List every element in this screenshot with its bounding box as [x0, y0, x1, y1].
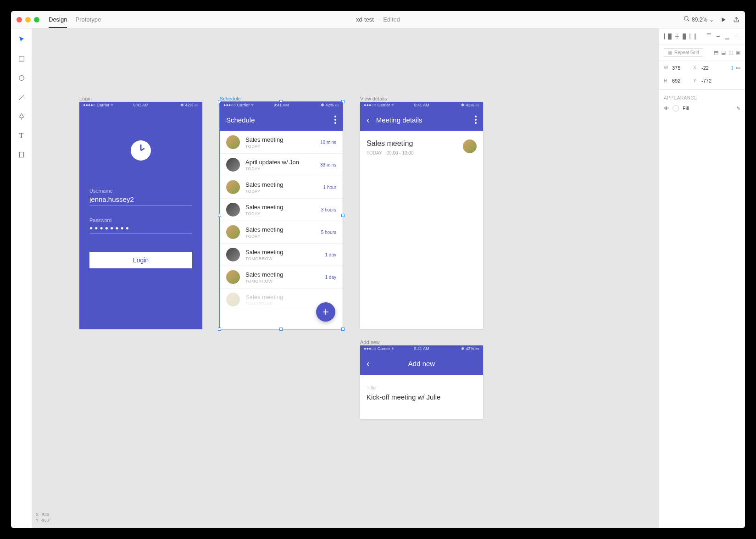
row-subtitle: TODAY	[245, 167, 315, 171]
back-icon[interactable]: ‹	[367, 358, 370, 369]
more-icon[interactable]	[334, 116, 336, 124]
avatar	[226, 180, 240, 194]
add-fab-button[interactable]: +	[316, 302, 335, 322]
password-field[interactable]: ●●●●●●●●	[89, 223, 192, 233]
ellipse-tool[interactable]	[17, 73, 26, 83]
resize-handle[interactable]	[218, 214, 221, 217]
list-item[interactable]: Sales meetingTOMORROW1 day	[220, 266, 343, 289]
artboard-schedule[interactable]: ●●●○○ Carrier ᯤ 9:41 AM ✱ 42% ▭ Schedule…	[220, 102, 343, 329]
status-bar: ●●●○○ Carrier ᯤ 9:41 AM ✱ 42% ▭	[360, 345, 483, 352]
rectangle-tool[interactable]	[17, 54, 26, 63]
resize-handle[interactable]	[341, 214, 345, 217]
schedule-header: Schedule	[220, 108, 343, 131]
close-window-button[interactable]	[17, 17, 22, 22]
row-title: Sales meeting	[245, 271, 320, 278]
height-field[interactable]: 692	[672, 78, 690, 83]
row-title: Sales meeting	[245, 204, 316, 211]
boolean-union-icon[interactable]: ⬒	[714, 50, 718, 56]
details-body: Sales meeting TODAY09:00 - 10:00	[360, 131, 483, 164]
back-icon[interactable]: ‹	[367, 115, 370, 125]
details-title: Meeting details	[376, 116, 422, 124]
align-controls: ▏█ ┼ █▕ ║ ▔ ━ ▁ ═	[659, 28, 745, 44]
y-field[interactable]: -772	[701, 78, 720, 83]
username-field[interactable]: jenna.hussey2	[89, 194, 192, 206]
select-tool[interactable]	[17, 35, 26, 44]
document-title: xd-test — Edited	[356, 16, 400, 23]
list-item[interactable]: Sales meetingTODAY5 hours	[220, 221, 343, 244]
status-bar: ●●●○○ Carrier ᯤ 9:41 AM ✱ 42% ▭	[220, 102, 343, 108]
row-title: Sales meeting	[245, 136, 315, 143]
artboard-label-addnew[interactable]: Add new	[360, 339, 380, 345]
text-tool[interactable]: T	[17, 131, 26, 140]
align-left-icon[interactable]: ▏█	[664, 32, 672, 40]
resize-handle[interactable]	[279, 328, 283, 331]
login-button[interactable]: Login	[89, 252, 192, 268]
titlebar: Design Prototype xd-test — Edited 89.2% …	[11, 11, 745, 28]
status-time: 9:41 AM	[273, 103, 289, 107]
search-icon	[684, 16, 690, 23]
more-icon[interactable]	[475, 116, 477, 124]
boolean-exclude-icon[interactable]: ▣	[736, 50, 740, 56]
carrier-label: ●●●○○ Carrier ᯤ	[364, 103, 395, 107]
battery-label: ✱ 42% ▭	[321, 103, 339, 107]
line-tool[interactable]	[17, 93, 26, 102]
landscape-icon[interactable]: ▭	[736, 65, 740, 71]
boolean-intersect-icon[interactable]: ◫	[728, 50, 733, 56]
inspector-panel: ▏█ ┼ █▕ ║ ▔ ━ ▁ ═ ▦ Repeat Grid ⬒ ⬓ ◫	[659, 28, 745, 528]
canvas-coords: X -540 Y -953	[36, 512, 49, 523]
list-item[interactable]: Sales meetingTODAY10 mins	[220, 131, 343, 154]
list-item[interactable]: April updates w/ JonTODAY33 mins	[220, 154, 343, 176]
align-bottom-icon[interactable]: ▁	[723, 32, 731, 40]
resize-handle[interactable]	[341, 328, 345, 331]
artboard-login[interactable]: ●●●●○ Carrier ᯤ 9:41 AM ✱ 42% ▭ Username…	[79, 102, 202, 329]
x-label: X	[693, 65, 699, 70]
eyedropper-icon[interactable]: ✎	[736, 106, 740, 111]
visibility-icon[interactable]: 👁	[664, 106, 669, 111]
fill-swatch[interactable]	[673, 105, 679, 111]
align-top-icon[interactable]: ▔	[705, 32, 713, 40]
artboard-label-schedule[interactable]: Schedule	[220, 96, 241, 101]
svg-rect-2	[19, 56, 24, 61]
list-item[interactable]: Sales meetingTOMORROW1 day	[220, 244, 343, 266]
artboard-details[interactable]: ●●●○○ Carrier ᯤ 9:41 AM ✱ 42% ▭ ‹ Meetin…	[360, 102, 483, 329]
distribute-h-icon[interactable]: ║	[691, 32, 700, 40]
document-name: xd-test	[356, 16, 374, 23]
title-field[interactable]: Kick-off meeting w/ Julie	[367, 393, 477, 401]
zoom-control[interactable]: 89.2% ⌄	[684, 16, 714, 23]
repeat-grid-button[interactable]: ▦ Repeat Grid	[664, 48, 703, 57]
row-subtitle: TODAY	[245, 144, 315, 149]
resize-handle[interactable]	[218, 328, 221, 331]
play-button[interactable]	[720, 17, 727, 23]
width-label: W	[664, 65, 669, 70]
list-item[interactable]: Sales meetingTODAY1 hour	[220, 176, 343, 199]
minimize-window-button[interactable]	[25, 17, 31, 22]
row-title: April updates w/ Jon	[245, 159, 315, 166]
zoom-value: 89.2%	[692, 17, 707, 23]
x-field[interactable]: -22	[701, 65, 720, 71]
row-subtitle: TODAY	[245, 211, 316, 216]
row-subtitle: TOMORROW	[245, 256, 320, 261]
align-right-icon[interactable]: █▕	[682, 32, 690, 40]
list-item[interactable]: Sales meetingTODAY3 hours	[220, 199, 343, 221]
canvas[interactable]: Login ●●●●○ Carrier ᯤ 9:41 AM ✱ 42% ▭ Us…	[32, 28, 659, 528]
boolean-subtract-icon[interactable]: ⬓	[721, 50, 726, 56]
tab-design[interactable]: Design	[49, 16, 67, 28]
pen-tool[interactable]	[17, 112, 26, 121]
artboard-tool[interactable]	[17, 150, 26, 160]
tab-prototype[interactable]: Prototype	[75, 16, 101, 23]
share-button[interactable]	[733, 17, 739, 23]
details-header: ‹ Meeting details	[360, 108, 483, 131]
align-middle-icon[interactable]: ━	[714, 32, 722, 40]
portrait-icon[interactable]: ▯	[730, 65, 733, 71]
width-field[interactable]: 375	[672, 65, 690, 71]
align-center-h-icon[interactable]: ┼	[673, 32, 681, 40]
schedule-list: Sales meetingTODAY10 minsApril updates w…	[220, 131, 343, 311]
artboard-addnew[interactable]: ●●●○○ Carrier ᯤ 9:41 AM ✱ 42% ▭ ‹ Add ne…	[360, 345, 483, 419]
distribute-v-icon[interactable]: ═	[732, 32, 740, 40]
username-label: Username	[89, 188, 192, 194]
appearance-section-title: APPEARANCE	[659, 89, 745, 103]
artboard-label-details[interactable]: View details	[360, 96, 387, 101]
artboard-label-login[interactable]: Login	[79, 96, 92, 101]
carrier-label: ●●●●○ Carrier ᯤ	[83, 103, 115, 107]
zoom-window-button[interactable]	[34, 17, 39, 22]
